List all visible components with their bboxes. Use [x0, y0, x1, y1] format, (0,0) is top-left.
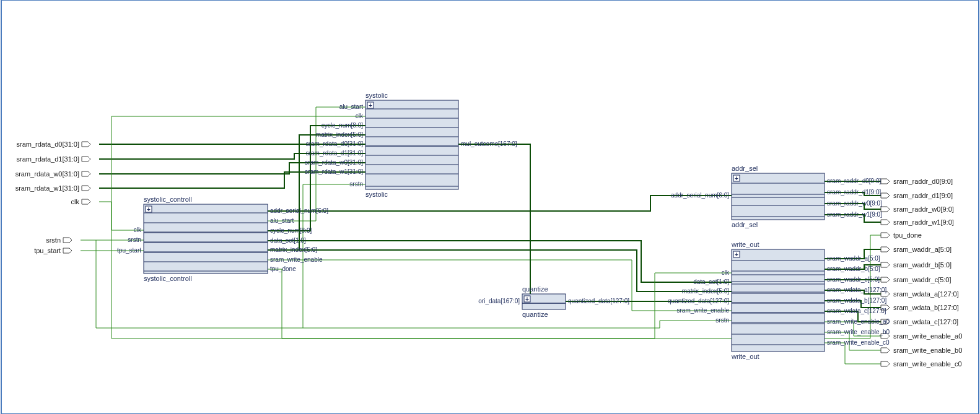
block-type-label: quantize: [522, 285, 548, 293]
block-inst-label: quantize: [522, 311, 548, 318]
output-port-sram_we_c0: sram_write_enable_c0: [893, 360, 962, 368]
output-port-sram_raddr_w1: sram_raddr_w1[9:0]: [893, 218, 954, 226]
port-label: clk: [356, 113, 364, 119]
input-port-tpu_start: tpu_start: [34, 247, 61, 254]
port-label: sram_rdata_d1[31:0]: [306, 150, 364, 157]
port-label: alu_start: [339, 103, 364, 110]
port-label: matrix_index[5:0]: [270, 246, 317, 253]
port-label: tpu_start: [117, 247, 141, 254]
port-label: addr_serial_num[6:0]: [671, 192, 729, 199]
port-label: sram_raddr_w1[9:0]: [827, 211, 882, 218]
port-label: quantized_data[127:0]: [668, 298, 729, 304]
port-label: srstn: [128, 236, 141, 243]
port-label: clk: [722, 269, 730, 276]
output-port-sram_waddr_b: sram_waddr_b[5:0]: [893, 261, 952, 269]
net-18: [458, 144, 530, 301]
port-label: sram_waddr_a[5:0]: [827, 255, 880, 262]
port-label: sram_write_enable_c0: [827, 339, 890, 346]
svg-text:+: +: [735, 175, 738, 182]
net-13: [268, 241, 732, 282]
input-port-clk: clk: [71, 198, 80, 205]
svg-rect-28: [732, 173, 825, 220]
svg-text:+: +: [369, 102, 372, 109]
output-port-sram_wdata_a: sram_wdata_a[127:0]: [893, 290, 959, 298]
svg-rect-0: [144, 204, 268, 274]
block-write_out[interactable]: write_outwrite_out+clkdata_set[1:0]matri…: [668, 241, 890, 360]
block-addr_sel[interactable]: addr_seladdr_sel+addr_serial_num[6:0]sra…: [671, 165, 882, 228]
output-port-sram_raddr_w0: sram_raddr_w0[9:0]: [893, 205, 954, 213]
port-label: sram_rdata_w1[31:0]: [305, 168, 363, 175]
block-inst-label: write_out: [731, 353, 759, 360]
svg-text:+: +: [147, 206, 151, 213]
output-port-sram_wdata_b: sram_wdata_b[127:0]: [893, 304, 959, 311]
port-label: addr_serial_num[6:0]: [270, 207, 328, 214]
block-quantize[interactable]: quantizequantize+ori_data[167:0]quantize…: [478, 285, 629, 318]
port-label: sram_raddr_d0[9:0]: [827, 178, 881, 184]
port-label: sram_wdata_b[127:0]: [827, 297, 886, 304]
input-port-sram_rdata_w1: sram_rdata_w1[31:0]: [15, 184, 79, 192]
input-port-sram_rdata_d0: sram_rdata_d0[31:0]: [16, 140, 79, 148]
output-port-sram_wdata_c: sram_wdata_c[127:0]: [893, 318, 958, 326]
block-inst-label: systolic_controll: [144, 275, 192, 282]
port-label: matrix_index[5:0]: [682, 288, 729, 295]
port-label: cycle_num[8:0]: [270, 227, 312, 234]
port-label: sram_rdata_w0[31:0]: [305, 159, 363, 166]
output-port-tpu_done: tpu_done: [893, 231, 922, 239]
svg-text:+: +: [735, 251, 738, 258]
port-label: sram_write_enable_b0: [827, 329, 890, 335]
net-15: [299, 250, 732, 291]
block-inst-label: systolic: [365, 191, 388, 198]
input-port-sram_rdata_d1: sram_rdata_d1[31:0]: [16, 155, 79, 163]
port-label: srstn: [715, 317, 729, 324]
port-label: sram_raddr_w0[9:0]: [827, 200, 882, 207]
block-systolic_controll[interactable]: systolic_controllsystolic_controll+clksr…: [117, 196, 328, 282]
svg-text:+: +: [525, 296, 529, 303]
port-label: sram_write_enable: [677, 307, 730, 314]
port-label: sram_wdata_c[127:0]: [827, 308, 886, 314]
port-label: ori_data[167:0]: [478, 298, 520, 304]
block-type-label: write_out: [731, 241, 759, 248]
output-port-sram_raddr_d0: sram_raddr_d0[9:0]: [893, 178, 953, 185]
input-port-srstn: srstn: [46, 236, 61, 244]
output-port-sram_we_b0: sram_write_enable_b0: [893, 347, 962, 354]
svg-rect-12: [365, 100, 458, 189]
port-label: sram_write_enable_a0: [827, 318, 890, 325]
net-34: [825, 343, 881, 364]
port-label: matrix_index[5:0]: [316, 131, 363, 138]
port-label: sram_waddr_b[5:0]: [827, 265, 880, 272]
output-port-sram_raddr_d1: sram_raddr_d1[9:0]: [893, 192, 953, 199]
block-inst-label: addr_sel: [732, 221, 758, 228]
port-label: sram_write_enable: [270, 256, 323, 263]
output-port-sram_we_a0: sram_write_enable_a0: [893, 332, 962, 340]
block-systolic[interactable]: systolicsystolic+alu_startclkcycle_num[8…: [305, 92, 517, 198]
block-type-label: systolic: [365, 92, 388, 99]
port-label: sram_raddr_d1[9:0]: [827, 189, 881, 196]
svg-rect-35: [732, 249, 825, 351]
port-label: mul_outcome[167:0]: [461, 140, 517, 147]
port-label: quantized_data[127:0]: [568, 298, 629, 304]
port-label: sram_rdata_d0[31:0]: [306, 140, 364, 147]
port-label: srstn: [349, 181, 363, 188]
block-type-label: systolic_controll: [144, 196, 192, 203]
port-label: sram_wdata_a[127:0]: [827, 287, 886, 293]
output-port-sram_waddr_a: sram_waddr_a[5:0]: [893, 246, 952, 253]
schematic-canvas[interactable]: sram_rdata_d0[31:0]sram_rdata_d1[31:0]sr…: [0, 0, 980, 414]
port-label: clk: [134, 226, 142, 233]
port-label: alu_start: [270, 217, 294, 224]
port-label: data_set[1:0]: [270, 237, 306, 244]
block-type-label: addr_sel: [732, 165, 758, 172]
port-label: cycle_num[8:0]: [322, 122, 363, 129]
port-label: data_set[1:0]: [693, 278, 729, 285]
input-port-sram_rdata_w0: sram_rdata_w0[31:0]: [15, 170, 79, 178]
port-label: tpu_done: [270, 265, 296, 272]
net-10: [268, 196, 732, 211]
port-label: sram_waddr_c[5:0]: [827, 276, 880, 283]
output-port-sram_waddr_c: sram_waddr_c[5:0]: [893, 276, 952, 283]
